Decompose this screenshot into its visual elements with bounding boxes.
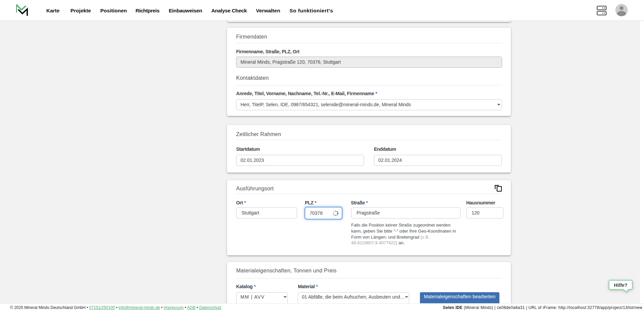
svg-text:Hilfe?: Hilfe? [614,282,627,288]
